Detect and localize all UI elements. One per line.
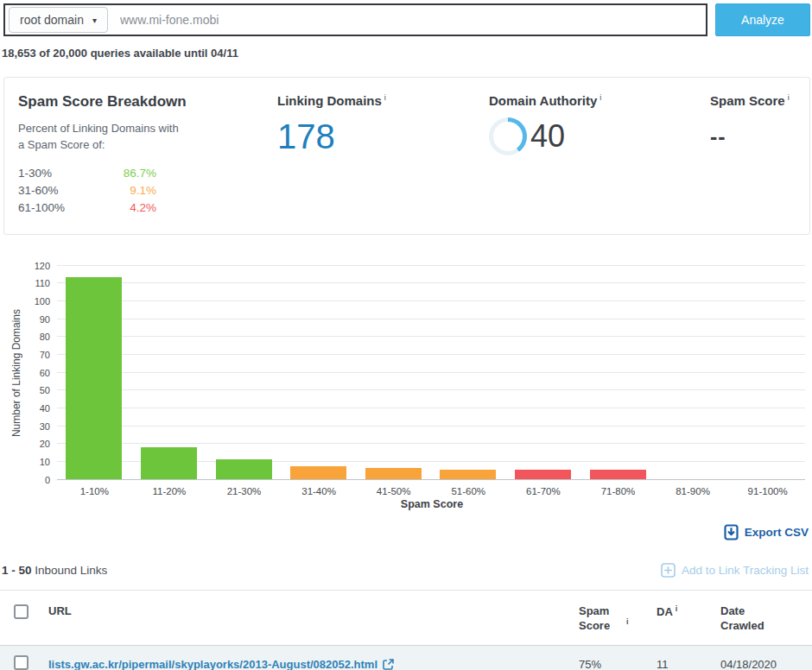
- spam-score-label: Spam Score: [710, 93, 785, 108]
- search-input[interactable]: [113, 13, 706, 27]
- inbound-links-count: 1 - 50 Inbound Links: [2, 564, 107, 577]
- gridline: [57, 300, 805, 301]
- bar-1-10%[interactable]: [66, 277, 122, 479]
- info-icon[interactable]: i: [384, 93, 386, 102]
- spam-score-value: --: [710, 124, 792, 149]
- y-tick-label: 70: [40, 350, 50, 360]
- gridline: [57, 389, 805, 390]
- info-icon[interactable]: i: [626, 617, 629, 626]
- scope-dropdown[interactable]: root domain ▾: [9, 7, 108, 33]
- x-axis-label: Spam Score: [57, 498, 807, 510]
- gauge-inner: [493, 122, 523, 151]
- breakdown-row: 1-30% 86.7%: [18, 165, 156, 182]
- bar-21-30%[interactable]: [216, 459, 272, 479]
- column-header-date-crawled: Date Crawled: [720, 604, 812, 634]
- analyze-button[interactable]: Analyze: [715, 3, 810, 36]
- y-axis-label: Number of Linking Domains: [10, 309, 22, 437]
- x-tick-label: 41-50%: [356, 486, 431, 496]
- summary-card: Spam Score Breakdown Percent of Linking …: [3, 77, 810, 235]
- bar-11-20%[interactable]: [141, 447, 197, 479]
- download-file-icon: [724, 524, 739, 540]
- y-tick-label: 10: [40, 457, 50, 467]
- bar-51-60%[interactable]: [440, 470, 496, 478]
- gridline: [57, 408, 805, 408]
- row-spam-score: 75%: [579, 658, 657, 670]
- x-tick-label: 31-40%: [282, 486, 357, 496]
- x-tick-row: 1-10%11-20%21-30%31-40%41-50%51-60%61-70…: [57, 486, 805, 496]
- gridline: [57, 282, 805, 283]
- y-tick-label: 50: [40, 385, 50, 395]
- row-da: 11: [657, 658, 720, 670]
- column-header-url: URL: [48, 604, 579, 619]
- table-header: URL Spam Scorei DAi Date Crawled: [0, 591, 812, 646]
- breakdown-range: 31-60%: [18, 182, 59, 199]
- breakdown-value: 86.7%: [124, 165, 156, 182]
- y-tick-label: 0: [45, 475, 50, 485]
- breakdown-row: 61-100% 4.2%: [18, 199, 156, 217]
- column-header-da: DAi: [657, 604, 720, 620]
- x-tick-label: 1-10%: [57, 486, 132, 496]
- gridline: [57, 372, 805, 373]
- bar-41-50%[interactable]: [365, 468, 422, 478]
- y-tick-label: 80: [40, 332, 50, 342]
- quota-text: 18,653 of 20,000 queries available until…: [2, 47, 812, 60]
- y-tick-label: 20: [40, 439, 50, 449]
- info-icon[interactable]: i: [676, 604, 678, 613]
- plot-area: [57, 266, 805, 480]
- linking-domains-value: 178: [277, 119, 489, 154]
- column-header-spam-score: Spam Scorei: [579, 604, 657, 634]
- y-tick-label: 100: [35, 296, 50, 307]
- y-tick-label: 90: [40, 314, 50, 325]
- info-icon[interactable]: i: [788, 93, 790, 102]
- external-link-icon: [383, 659, 394, 670]
- bar-61-70%[interactable]: [515, 470, 571, 478]
- domain-authority-label: Domain Authority: [489, 93, 597, 108]
- search-bar: root domain ▾ Analyze: [0, 0, 812, 36]
- spam-score-breakdown-panel: Spam Score Breakdown Percent of Linking …: [18, 93, 277, 217]
- x-axis-line: [57, 479, 805, 480]
- gridline: [57, 426, 805, 427]
- y-tick-label: 120: [35, 261, 50, 271]
- spam-score-panel: Spam Scorei --: [710, 93, 792, 217]
- info-icon[interactable]: i: [599, 93, 601, 102]
- inbound-url-link[interactable]: lists.gw.ac.kr/pipermail/skyplayorks/201…: [48, 658, 377, 670]
- caret-down-icon: ▾: [92, 16, 97, 25]
- gridline: [57, 354, 805, 355]
- y-tick-label: 40: [40, 403, 50, 414]
- x-tick-label: 51-60%: [431, 486, 506, 496]
- table-row: lists.gw.ac.kr/pipermail/skyplayorks/201…: [0, 645, 812, 670]
- linking-domains-label: Linking Domains: [277, 93, 382, 108]
- search-box: root domain ▾: [3, 3, 707, 36]
- x-tick-label: 81-90%: [656, 486, 731, 496]
- bar-71-80%[interactable]: [590, 470, 646, 478]
- row-checkbox[interactable]: [14, 655, 29, 670]
- row-date-crawled: 04/18/2020: [720, 658, 812, 670]
- domain-authority-value: 40: [530, 121, 565, 152]
- gridline: [57, 443, 805, 444]
- spam-score-chart: Number of Linking Domains 01020304050607…: [5, 266, 807, 510]
- breakdown-value: 9.1%: [130, 182, 156, 199]
- domain-authority-gauge: [489, 117, 527, 155]
- breakdown-rows: 1-30% 86.7% 31-60% 9.1% 61-100% 4.2%: [18, 165, 156, 217]
- select-all-checkbox[interactable]: [14, 604, 29, 619]
- breakdown-range: 1-30%: [18, 165, 52, 182]
- export-csv-button[interactable]: Export CSV: [724, 524, 809, 540]
- gridline: [57, 336, 805, 337]
- linking-domains-panel: Linking Domainsi 178: [277, 93, 489, 217]
- bar-31-40%[interactable]: [290, 466, 346, 478]
- scope-dropdown-label: root domain: [20, 13, 84, 27]
- y-tick-label: 30: [40, 421, 50, 432]
- add-to-link-tracking-button[interactable]: Add to Link Tracking List: [661, 563, 809, 578]
- breakdown-value: 4.2%: [130, 199, 156, 217]
- x-tick-label: 21-30%: [206, 486, 282, 496]
- export-csv-label: Export CSV: [745, 526, 809, 539]
- y-tick-label: 60: [40, 368, 50, 378]
- y-tick-label: 110: [35, 278, 50, 288]
- breakdown-row: 31-60% 9.1%: [18, 182, 156, 199]
- add-plus-icon: [661, 563, 676, 578]
- x-tick-label: 71-80%: [580, 486, 656, 496]
- x-tick-label: 91-100%: [730, 486, 805, 496]
- x-tick-label: 61-70%: [506, 486, 581, 496]
- y-axis: 0102030405060708090100110120: [28, 266, 57, 480]
- add-to-link-tracking-label: Add to Link Tracking List: [682, 564, 809, 577]
